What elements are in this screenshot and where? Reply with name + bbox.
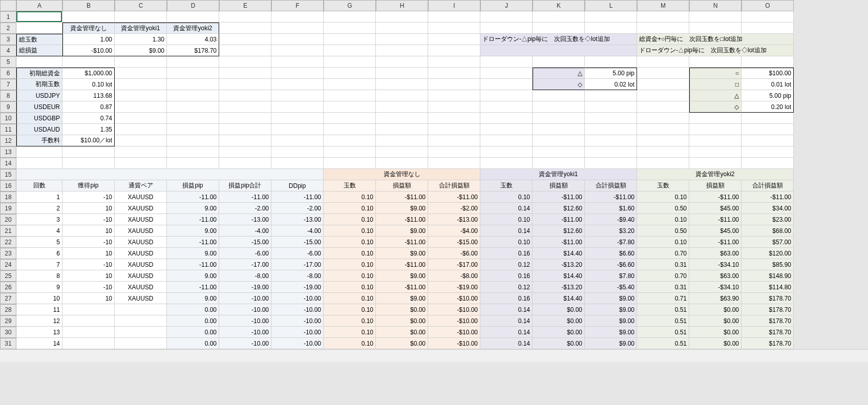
cell[interactable] (428, 45, 480, 56)
cell[interactable]: -$11.00 (533, 191, 585, 203)
cell[interactable]: 0.70 (637, 270, 689, 282)
cell[interactable]: $1,000.00 (62, 68, 115, 79)
cell[interactable]: 0.10 (637, 237, 689, 248)
cell[interactable]: 13 (16, 327, 62, 338)
cell[interactable] (167, 11, 219, 23)
cell[interactable] (271, 45, 324, 56)
cell[interactable]: $9.00 (585, 315, 637, 327)
cell[interactable]: -$19.00 (428, 282, 480, 293)
cell[interactable] (16, 56, 62, 68)
cell[interactable]: $9.00 (376, 270, 428, 282)
cell[interactable] (219, 56, 271, 68)
cell[interactable] (324, 45, 376, 56)
cell[interactable] (533, 23, 585, 34)
row-header[interactable]: 13 (0, 146, 16, 158)
cell[interactable] (324, 90, 376, 101)
col-header[interactable]: G (324, 0, 376, 11)
cell[interactable]: -4.00 (271, 225, 324, 237)
cell[interactable]: USDAUD (16, 124, 62, 135)
cell[interactable]: $178.70 (167, 45, 219, 56)
cell[interactable] (533, 113, 585, 124)
cell[interactable]: 0.10 (324, 327, 376, 338)
note-capital-yoki2[interactable]: 総資金+○円毎に 次回玉数を□lot追加 (637, 34, 794, 45)
cell[interactable]: 11 (16, 304, 62, 315)
cell[interactable]: 0.10 (324, 304, 376, 315)
cell[interactable]: -$2.00 (428, 203, 480, 214)
cell[interactable] (585, 135, 637, 146)
cell[interactable]: 0.50 (637, 225, 689, 237)
cell[interactable] (428, 11, 480, 23)
cell[interactable] (637, 79, 689, 90)
cell[interactable]: XAUUSD (115, 259, 167, 270)
cell[interactable]: 損益額 (689, 180, 742, 191)
note-dd-yoki2[interactable]: ドローダウン-△pip毎に 次回玉数を◇lot追加 (637, 45, 794, 56)
cell[interactable]: -$7.80 (585, 237, 637, 248)
cell[interactable]: XAUUSD (115, 270, 167, 282)
cell[interactable]: $9.00 (585, 338, 637, 349)
cell[interactable]: -$13.20 (533, 259, 585, 270)
cell[interactable]: $178.70 (742, 304, 794, 315)
cell[interactable]: -$6.00 (428, 248, 480, 259)
cell[interactable]: 10 (16, 293, 62, 304)
cell[interactable]: 0.10 (324, 259, 376, 270)
cell[interactable]: 10 (62, 270, 115, 282)
col-header[interactable]: D (167, 0, 219, 11)
col-header[interactable]: E (219, 0, 271, 11)
cell[interactable]: -$9.40 (585, 214, 637, 225)
cell[interactable] (585, 158, 637, 169)
cell[interactable]: -$11.00 (428, 191, 480, 203)
cell[interactable]: 1.30 (115, 34, 167, 45)
cell[interactable] (637, 68, 689, 79)
cell[interactable]: 0.10 (324, 282, 376, 293)
cell[interactable] (585, 23, 637, 34)
cell[interactable]: 10 (62, 225, 115, 237)
cell[interactable] (376, 79, 428, 90)
cell[interactable] (689, 135, 742, 146)
cell[interactable]: $0.00 (533, 338, 585, 349)
cell[interactable]: $7.80 (585, 270, 637, 282)
col-header[interactable]: H (376, 0, 428, 11)
cell[interactable]: 0.31 (637, 259, 689, 270)
cell[interactable]: $0.00 (533, 304, 585, 315)
cell[interactable]: -$34.10 (689, 259, 742, 270)
cell[interactable]: 0.87 (62, 101, 115, 113)
cell[interactable]: 9.00 (167, 248, 219, 259)
cell[interactable] (271, 11, 324, 23)
cell[interactable] (167, 135, 219, 146)
cell[interactable]: XAUUSD (115, 214, 167, 225)
cell[interactable]: -10.00 (271, 327, 324, 338)
cell[interactable]: $10.00／lot (62, 135, 115, 146)
cell[interactable]: DDpip (271, 180, 324, 191)
cell[interactable]: 手数料 (16, 135, 62, 146)
cell[interactable]: $14.40 (533, 293, 585, 304)
cell[interactable] (271, 79, 324, 90)
cell[interactable]: 6 (16, 248, 62, 259)
cell[interactable]: 合計損益額 (428, 180, 480, 191)
cell[interactable] (62, 304, 115, 315)
cell[interactable]: 0.10 (480, 214, 533, 225)
cell[interactable] (533, 90, 585, 101)
cell[interactable] (324, 146, 376, 158)
cell[interactable]: -11.00 (167, 282, 219, 293)
cell[interactable]: -10 (62, 237, 115, 248)
cell[interactable] (480, 79, 533, 90)
cell[interactable]: 0.10 (637, 191, 689, 203)
row-header[interactable]: 6 (0, 68, 16, 79)
cell[interactable]: -11.00 (167, 214, 219, 225)
cell[interactable]: -11.00 (219, 191, 271, 203)
cell[interactable]: 0.20 lot (742, 101, 794, 113)
col-header[interactable]: M (637, 0, 689, 11)
cell[interactable] (376, 34, 428, 45)
cell[interactable]: -$10.00 (62, 45, 115, 56)
cell[interactable] (533, 146, 585, 158)
cell[interactable] (271, 146, 324, 158)
cell[interactable]: $57.00 (742, 237, 794, 248)
cell[interactable] (689, 23, 742, 34)
row-header[interactable]: 31 (0, 338, 16, 349)
cell[interactable]: $3.20 (585, 225, 637, 237)
cell[interactable] (324, 23, 376, 34)
cell[interactable] (376, 56, 428, 68)
cell[interactable]: 0.10 (324, 237, 376, 248)
cell[interactable]: 0.01 lot (742, 79, 794, 90)
cell[interactable]: 損益pip (167, 180, 219, 191)
